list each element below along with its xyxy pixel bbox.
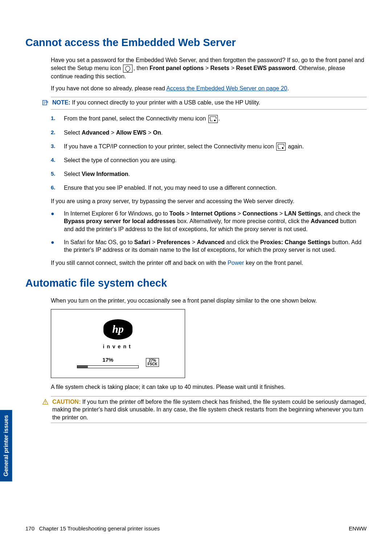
heading-ews: Cannot access the Embedded Web Server xyxy=(25,36,367,50)
t: > xyxy=(231,65,234,71)
page-body: Cannot access the Embedded Web Server Ha… xyxy=(0,0,392,450)
t: . xyxy=(161,130,163,136)
t: Allow EWS xyxy=(116,130,147,136)
note-icon xyxy=(42,99,49,108)
t: In Internet Explorer 6 for Windows, go t… xyxy=(64,210,170,217)
hp-logo-icon: hp xyxy=(103,319,132,340)
note-text: If you connect directly to your printer … xyxy=(72,99,260,106)
note-box: NOTE: If you connect directly to your pr… xyxy=(51,97,367,110)
t: View Information xyxy=(82,171,128,177)
t: Bypass proxy server for local addresses xyxy=(64,218,176,224)
front-panel-display: hp invent 17% 27% FSCK xyxy=(51,309,185,378)
progress-bar xyxy=(77,365,139,368)
proxy-intro: If you are using a proxy server, try byp… xyxy=(51,197,367,205)
setup-menu-icon xyxy=(123,65,132,73)
t: FSCK xyxy=(147,362,157,366)
fsck-badge: 27% FSCK xyxy=(146,358,159,367)
heading-fsck: Automatic file system check xyxy=(25,276,367,290)
t: Tools xyxy=(170,210,184,217)
connectivity-menu-icon xyxy=(208,115,218,123)
invent-text: invent xyxy=(103,343,133,350)
t: Select xyxy=(64,130,82,136)
bullet-dot: ● xyxy=(51,238,64,246)
t: > xyxy=(192,239,195,245)
t: , then xyxy=(133,65,149,71)
step-5: 5. Select View Information. xyxy=(51,170,367,178)
t: > xyxy=(186,210,189,217)
t: . xyxy=(287,85,289,91)
bullet-dot: ● xyxy=(51,210,64,218)
t: > xyxy=(205,65,209,71)
fsck-intro: When you turn on the printer, you occasi… xyxy=(51,297,367,305)
note-label: NOTE: xyxy=(52,99,70,106)
read-para: If you have not done so already, please … xyxy=(51,85,367,93)
step-num: 4. xyxy=(51,156,64,164)
chapter-title: Chapter 15 Troubleshooting general print… xyxy=(39,525,160,532)
step-num: 5. xyxy=(51,170,64,177)
t: and click the xyxy=(225,239,260,245)
fsck-after: A file system check is taking place; it … xyxy=(51,383,367,391)
t: On xyxy=(153,130,161,136)
t: If you still cannot connect, switch the … xyxy=(51,260,228,266)
link-access-ews[interactable]: Access the Embedded Web Server on page 2… xyxy=(166,85,287,91)
t: LAN Settings xyxy=(285,210,321,217)
caution-label: CAUTION: xyxy=(52,399,81,405)
t: , and check the xyxy=(321,210,360,217)
t: Resets xyxy=(211,65,229,71)
svg-point-5 xyxy=(45,403,46,404)
t: If you have a TCP/IP connection to your … xyxy=(64,143,275,149)
bullet-list: ● In Internet Explorer 6 for Windows, go… xyxy=(51,210,367,254)
t: . xyxy=(128,171,130,177)
t: Advanced xyxy=(197,239,224,245)
caution-box: CAUTION: If you turn the printer off bef… xyxy=(51,396,367,423)
side-tab: General printer issues xyxy=(0,410,12,481)
caution-text: If you turn the printer off before the f… xyxy=(52,399,366,420)
step-num: 3. xyxy=(51,143,64,150)
bullet-ie: ● In Internet Explorer 6 for Windows, go… xyxy=(51,210,367,233)
t: If you have not done so already, please … xyxy=(51,85,166,91)
t: Internet Options xyxy=(191,210,236,217)
t: Reset EWS password xyxy=(236,65,295,71)
t: > xyxy=(238,210,241,217)
step-6: 6. Ensure that you see IP enabled. If no… xyxy=(51,184,367,192)
t: Connections xyxy=(242,210,278,217)
step-2: 2. Select Advanced > Allow EWS > On. xyxy=(51,129,367,137)
step-1: 1. From the front panel, select the Conn… xyxy=(51,115,367,123)
progress-percent: 17% xyxy=(77,356,139,364)
steps-list: 1. From the front panel, select the Conn… xyxy=(51,115,367,192)
t: Front panel options xyxy=(150,65,204,71)
t: Select xyxy=(64,171,82,177)
power-key: Power xyxy=(228,260,244,266)
footer-right: ENWW xyxy=(349,525,367,532)
t: > xyxy=(152,239,155,245)
intro-para: Have you set a password for the Embedded… xyxy=(51,56,367,80)
page-number: 170 xyxy=(25,525,34,532)
t: From the front panel, select the Connect… xyxy=(64,115,208,122)
t: box. Alternatively, for more precise con… xyxy=(176,218,311,224)
t: In Safari for Mac OS, go to xyxy=(64,239,134,245)
step-num: 2. xyxy=(51,129,64,136)
t: again. xyxy=(286,143,304,149)
t: > xyxy=(148,130,151,136)
page-footer: 170 Chapter 15 Troubleshooting general p… xyxy=(25,525,367,532)
t: > xyxy=(111,130,114,136)
step-num: 1. xyxy=(51,115,64,122)
bullet-safari: ● In Safari for Mac OS, go to Safari > P… xyxy=(51,238,367,254)
t: Advanced xyxy=(82,130,109,136)
t: Select the type of connection you are us… xyxy=(64,156,367,164)
t: Advanced xyxy=(311,218,338,224)
step-3: 3. If you have a TCP/IP connection to yo… xyxy=(51,143,367,151)
still-cannot: If you still cannot connect, switch the … xyxy=(51,259,367,267)
t: Ensure that you see IP enabled. If not, … xyxy=(64,184,367,192)
t: Preferences xyxy=(157,239,191,245)
t: > xyxy=(279,210,283,217)
t: Proxies: Change Settings xyxy=(260,239,331,245)
t: Safari xyxy=(134,239,150,245)
t: key on the front panel. xyxy=(244,260,303,266)
step-num: 6. xyxy=(51,184,64,191)
t: . xyxy=(219,115,220,122)
caution-icon xyxy=(42,399,49,407)
connectivity-menu-icon xyxy=(276,143,286,151)
step-4: 4. Select the type of connection you are… xyxy=(51,156,367,164)
